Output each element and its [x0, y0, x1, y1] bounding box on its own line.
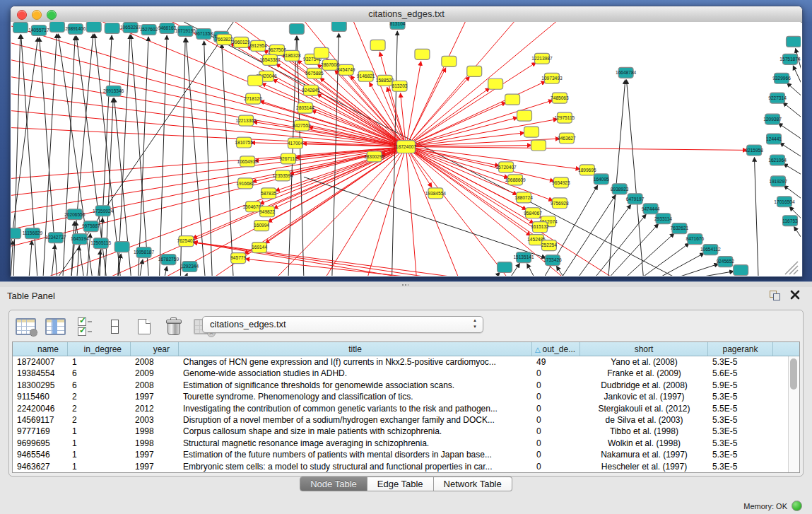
- column-header[interactable]: year: [131, 342, 179, 356]
- column-header[interactable]: name: [13, 342, 68, 356]
- graph-node[interactable]: 12975115: [554, 112, 575, 123]
- table-mode-icon[interactable]: [15, 316, 36, 337]
- graph-node[interactable]: 949822: [259, 206, 275, 217]
- table-cell[interactable]: 0: [532, 449, 580, 460]
- graph-node[interactable]: [114, 242, 129, 252]
- table-cell[interactable]: 2008: [131, 356, 179, 368]
- table-cell[interactable]: Tibbo et al. (1998): [580, 426, 708, 437]
- graph-node[interactable]: [734, 265, 748, 276]
- graph-node[interactable]: [524, 127, 539, 137]
- graph-node[interactable]: 9960129: [232, 37, 250, 47]
- graph-node[interactable]: [517, 110, 532, 121]
- table-cell[interactable]: 49: [532, 356, 580, 368]
- graph-node[interactable]: 813104: [390, 22, 406, 29]
- table-cell[interactable]: Estimation of significance thresholds fo…: [179, 380, 532, 391]
- table-cell[interactable]: Genome-wide association studies in ADHD.: [179, 368, 532, 379]
- table-cell[interactable]: 5.3E-5: [708, 391, 773, 402]
- table-cell[interactable]: 9465546: [13, 449, 68, 460]
- table-cell[interactable]: 0: [532, 414, 580, 426]
- table-cell[interactable]: Nakamura et al. (1997): [580, 449, 708, 460]
- graph-node[interactable]: 8215958: [745, 145, 763, 156]
- graph-edge[interactable]: [276, 147, 406, 276]
- column-checklist-icon[interactable]: [74, 316, 95, 337]
- table-cell[interactable]: 0: [532, 391, 580, 402]
- window-titlebar[interactable]: citations_edges.txt: [11, 6, 802, 23]
- graph-node[interactable]: [531, 140, 546, 151]
- graph-edge[interactable]: [787, 83, 801, 99]
- tab-network-table[interactable]: Network Table: [434, 477, 512, 491]
- graph-edge[interactable]: [406, 62, 420, 147]
- graph-edge[interactable]: [21, 35, 37, 276]
- graph-edge[interactable]: [77, 246, 79, 276]
- graph-node[interactable]: 1899695: [578, 165, 596, 175]
- graph-node[interactable]: 20915346: [103, 86, 124, 96]
- table-row[interactable]: 969969511998Structural magnetic resonanc…: [13, 438, 789, 449]
- table-cell[interactable]: Estimation of the future numbers of pati…: [179, 449, 532, 460]
- graph-node[interactable]: [442, 56, 457, 66]
- graph-edge[interactable]: [185, 273, 187, 276]
- graph-edge[interactable]: [783, 103, 801, 121]
- graph-node[interactable]: [505, 94, 520, 105]
- graph-node[interactable]: [488, 78, 503, 89]
- graph-edge[interactable]: [164, 267, 167, 276]
- graph-edge[interactable]: [406, 147, 416, 276]
- table-cell[interactable]: Stergiakouli et al. (2012): [580, 403, 708, 414]
- table-cell[interactable]: 22420046: [13, 403, 68, 414]
- table-cell[interactable]: Franke et al. (2009): [580, 368, 708, 379]
- graph-node[interactable]: 252254: [541, 240, 557, 251]
- graph-node[interactable]: 9242845: [302, 85, 320, 95]
- graph-node[interactable]: 9975887: [82, 221, 100, 232]
- table-cell[interactable]: 5.6E-5: [708, 368, 773, 379]
- graph-node[interactable]: 10653287: [120, 22, 141, 33]
- table-cell[interactable]: 0: [532, 461, 580, 472]
- graph-edge[interactable]: [105, 98, 114, 276]
- table-cell[interactable]: 5.9E-5: [708, 380, 773, 391]
- graph-node[interactable]: 8912954: [249, 40, 267, 51]
- graph-node[interactable]: 9245652: [716, 257, 734, 267]
- graph-node[interactable]: 17016504: [774, 197, 795, 207]
- table-cell[interactable]: 0: [532, 380, 580, 391]
- float-panel-icon[interactable]: [770, 291, 781, 300]
- new-document-icon[interactable]: [134, 316, 155, 337]
- table-row[interactable]: 911546021997Tourette syndrome. Phenomeno…: [13, 391, 789, 402]
- graph-node[interactable]: [11, 228, 21, 239]
- graph-node[interactable]: 1615132: [531, 222, 549, 233]
- graph-node[interactable]: 9267110: [279, 153, 297, 164]
- graph-node[interactable]: 8454749: [337, 64, 355, 75]
- graph-edge[interactable]: [691, 271, 734, 276]
- graph-node[interactable]: 1919297: [769, 176, 787, 187]
- graph-edge[interactable]: [76, 221, 84, 276]
- graph-node[interactable]: 9654923: [552, 177, 570, 188]
- table-cell[interactable]: 6: [68, 380, 131, 391]
- table-row[interactable]: 977716911998Corpus callosum shape and si…: [13, 426, 789, 437]
- table-cell[interactable]: 1998: [131, 426, 179, 437]
- graph-edge[interactable]: [754, 157, 758, 276]
- table-cell[interactable]: 9463627: [13, 461, 68, 472]
- table-cell[interactable]: 2012: [131, 403, 179, 414]
- graph-node[interactable]: [467, 66, 482, 76]
- table-selector-dropdown[interactable]: citations_edges.txt ▲▼: [202, 316, 483, 333]
- divider-grip-icon[interactable]: [401, 284, 408, 286]
- graph-node[interactable]: 2718120: [244, 93, 262, 104]
- graph-node[interactable]: 164095: [594, 174, 609, 185]
- graph-node[interactable]: [370, 40, 385, 50]
- table-row[interactable]: 1456911722003Disruption of a novel membe…: [13, 414, 789, 426]
- graph-node[interactable]: 14055717: [28, 25, 49, 35]
- table-row[interactable]: 946362711997Embryonic stem cells: a mode…: [13, 461, 789, 472]
- table-cell[interactable]: 5.3E-5: [708, 438, 773, 449]
- network-canvas[interactable]: 1405571720891406106532871527602946616310…: [11, 22, 801, 276]
- graph-node[interactable]: 10654935: [237, 156, 258, 167]
- graph-node[interactable]: 7663822: [215, 34, 233, 45]
- graph-node[interactable]: 6479197: [626, 194, 645, 204]
- graph-edge[interactable]: [325, 147, 406, 276]
- graph-edge[interactable]: [641, 243, 690, 276]
- table-cell[interactable]: Embryonic stem cells: a model to study s…: [179, 461, 532, 472]
- graph-node[interactable]: 15720407: [495, 162, 517, 173]
- table-cell[interactable]: 9777169: [13, 426, 68, 437]
- table-cell[interactable]: 1: [68, 438, 131, 449]
- table-cell[interactable]: 1997: [131, 449, 179, 460]
- table-cell[interactable]: Dudbridge et al. (2008): [580, 380, 708, 391]
- table-cell[interactable]: 9115460: [13, 391, 68, 402]
- graph-node[interactable]: 15135141: [513, 252, 534, 263]
- graph-node[interactable]: 18300295: [364, 151, 385, 162]
